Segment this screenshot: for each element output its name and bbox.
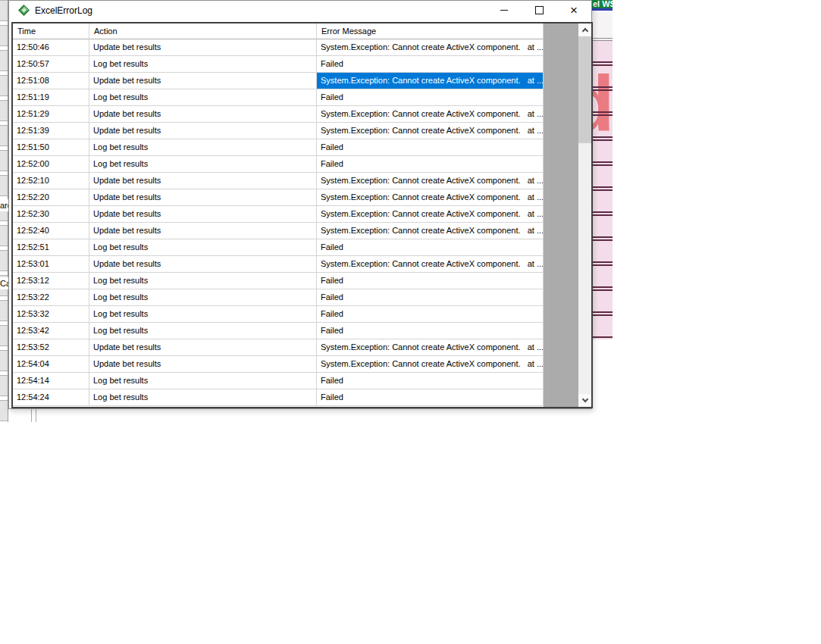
maximize-button[interactable] — [522, 1, 556, 20]
cell-action[interactable]: Log bet results — [89, 156, 317, 173]
table-row: 12:53:42Log bet resultsFailed — [13, 323, 578, 339]
scroll-down-button[interactable] — [578, 394, 591, 407]
table-columns-area: TimeActionError Message 12:50:46Update b… — [13, 23, 578, 407]
table-row: 12:54:24Log bet resultsFailed — [13, 389, 578, 406]
cell-time[interactable]: 12:50:46 — [13, 39, 89, 56]
cell-time[interactable]: 12:52:51 — [13, 239, 89, 256]
cell-action[interactable]: Log bet results — [89, 273, 317, 289]
cell-action[interactable]: Update bet results — [89, 106, 317, 123]
error-log-table: TimeActionError Message 12:50:46Update b… — [11, 22, 593, 408]
cell-time[interactable]: 12:53:01 — [13, 256, 89, 273]
cell-time[interactable]: 12:51:08 — [13, 73, 89, 89]
cell-action[interactable]: Update bet results — [89, 223, 317, 239]
cell-error[interactable]: System.Exception: Cannot create ActiveX … — [317, 123, 544, 139]
cell-time[interactable]: 12:54:04 — [13, 356, 89, 373]
cell-error[interactable]: Failed — [317, 56, 544, 73]
cell-error[interactable]: System.Exception: Cannot create ActiveX … — [317, 339, 544, 356]
cell-action[interactable]: Log bet results — [89, 56, 317, 73]
cell-error[interactable]: Failed — [317, 273, 544, 289]
cell-error[interactable]: System.Exception: Cannot create ActiveX … — [317, 223, 544, 239]
cell-time[interactable]: 12:51:29 — [13, 106, 89, 123]
table-row: 12:52:30Update bet resultsSystem.Excepti… — [13, 206, 578, 223]
page-title: ExcelErrorLog — [35, 5, 92, 16]
vertical-scrollbar[interactable] — [578, 23, 591, 407]
cell-error[interactable]: Failed — [317, 389, 544, 406]
scrollbar-thumb[interactable] — [578, 36, 591, 143]
cell-error[interactable]: Failed — [317, 306, 544, 323]
cell-error[interactable]: System.Exception: Cannot create ActiveX … — [317, 173, 544, 189]
cell-time[interactable]: 12:53:22 — [13, 289, 89, 306]
cell-action[interactable]: Log bet results — [89, 239, 317, 256]
cell-error[interactable]: System.Exception: Cannot create ActiveX … — [317, 356, 544, 373]
column-header-error[interactable]: Error Message — [317, 23, 544, 39]
cell-error[interactable]: Failed — [317, 89, 544, 106]
cell-error[interactable]: Failed — [317, 156, 544, 173]
red-watermark-letter: d — [592, 64, 613, 142]
cell-time[interactable]: 12:54:14 — [13, 373, 89, 389]
minimize-button[interactable] — [487, 1, 522, 20]
table-row: 12:52:40Update bet resultsSystem.Excepti… — [13, 223, 578, 239]
scroll-up-button[interactable] — [578, 23, 591, 36]
table-row: 12:51:50Log bet resultsFailed — [13, 139, 578, 156]
cell-error[interactable]: Failed — [317, 139, 544, 156]
cell-time[interactable]: 12:53:12 — [13, 273, 89, 289]
cell-time[interactable]: 12:52:40 — [13, 223, 89, 239]
cell-action[interactable]: Update bet results — [89, 339, 317, 356]
cell-action[interactable]: Log bet results — [89, 89, 317, 106]
cell-action[interactable]: Log bet results — [89, 323, 317, 339]
cell-time[interactable]: 12:54:24 — [13, 389, 89, 406]
table-row: 12:51:19Log bet resultsFailed — [13, 89, 578, 106]
cell-error[interactable]: System.Exception: Cannot create ActiveX … — [317, 189, 544, 206]
table-row: 12:53:01Update bet resultsSystem.Excepti… — [13, 256, 578, 273]
cell-error[interactable]: System.Exception: Cannot create ActiveX … — [317, 206, 544, 223]
cell-time[interactable]: 12:53:42 — [13, 323, 89, 339]
cell-time[interactable]: 12:53:32 — [13, 306, 89, 323]
table-row: 12:53:52Update bet resultsSystem.Excepti… — [13, 339, 578, 356]
cell-time[interactable]: 12:52:00 — [13, 156, 89, 173]
title-bar[interactable]: ExcelErrorLog × — [9, 1, 591, 20]
cell-error[interactable]: System.Exception: Cannot create ActiveX … — [317, 256, 544, 273]
table-header-row: TimeActionError Message — [13, 23, 578, 39]
cell-time[interactable]: 12:52:30 — [13, 206, 89, 223]
cell-error[interactable]: Failed — [317, 239, 544, 256]
cell-error[interactable]: Failed — [317, 323, 544, 339]
cell-action[interactable]: Update bet results — [89, 173, 317, 189]
cell-action[interactable]: Log bet results — [89, 289, 317, 306]
cell-action[interactable]: Log bet results — [89, 139, 317, 156]
cell-time[interactable]: 12:51:19 — [13, 89, 89, 106]
cell-action[interactable]: Update bet results — [89, 123, 317, 139]
cell-action[interactable]: Update bet results — [89, 206, 317, 223]
cell-time[interactable]: 12:51:39 — [13, 123, 89, 139]
column-header-action[interactable]: Action — [89, 23, 317, 39]
cell-action[interactable]: Log bet results — [89, 306, 317, 323]
cell-time[interactable]: 12:50:57 — [13, 56, 89, 73]
cell-action[interactable]: Log bet results — [89, 389, 317, 406]
cell-time[interactable]: 12:52:20 — [13, 189, 89, 206]
column-header-time[interactable]: Time — [13, 23, 89, 39]
excel-ws-button-fragment[interactable]: el WS — [592, 0, 613, 8]
cell-error[interactable]: Failed — [317, 373, 544, 389]
chevron-down-icon — [581, 396, 588, 402]
cell-action[interactable]: Update bet results — [89, 356, 317, 373]
cell-error[interactable]: System.Exception: Cannot create ActiveX … — [317, 73, 544, 89]
cell-time[interactable]: 12:52:10 — [13, 173, 89, 189]
cell-action[interactable]: Update bet results — [89, 256, 317, 273]
close-icon: × — [570, 7, 578, 14]
table-row: 12:51:29Update bet resultsSystem.Excepti… — [13, 106, 578, 123]
chevron-up-icon — [581, 28, 588, 34]
cell-action[interactable]: Update bet results — [89, 73, 317, 89]
table-row: 12:53:32Log bet resultsFailed — [13, 306, 578, 323]
table-row: 12:54:04Update bet resultsSystem.Excepti… — [13, 356, 578, 373]
table-body: 12:50:46Update bet resultsSystem.Excepti… — [13, 39, 578, 406]
close-button[interactable]: × — [556, 1, 591, 20]
cell-action[interactable]: Log bet results — [89, 373, 317, 389]
cell-error[interactable]: Failed — [317, 289, 544, 306]
cell-error[interactable]: System.Exception: Cannot create ActiveX … — [317, 106, 544, 123]
cell-action[interactable]: Update bet results — [89, 189, 317, 206]
cell-time[interactable]: 12:53:52 — [13, 339, 89, 356]
cell-time[interactable]: 12:51:50 — [13, 139, 89, 156]
cell-action[interactable]: Update bet results — [89, 39, 317, 56]
background-excel-sheet-strip: el WS d — [592, 0, 613, 356]
cell-error[interactable]: System.Exception: Cannot create ActiveX … — [317, 39, 544, 56]
table-row: 12:50:57Log bet resultsFailed — [13, 56, 578, 73]
